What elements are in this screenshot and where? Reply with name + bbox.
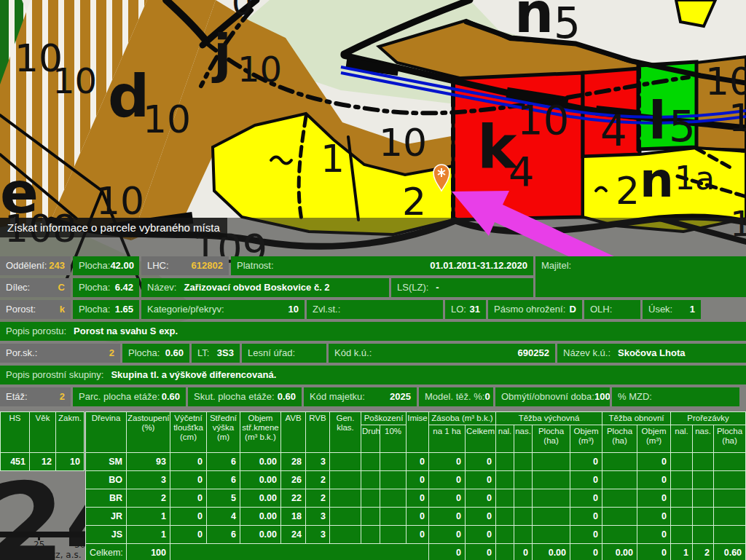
table-cell: 2 [127, 489, 170, 508]
table-cell [671, 508, 693, 526]
table-cell [330, 471, 361, 489]
field-label: Název k.ú.: [563, 344, 610, 363]
field-value: Skupina tl. a výškově diferencovaná. [111, 366, 276, 384]
field-label: % MZD: [618, 387, 652, 406]
info-cell-lo: LO: 31 [445, 300, 486, 319]
table-cell: 6 [207, 453, 240, 471]
info-cell-kategorie: Kategorie/překryv: 10 [141, 300, 305, 319]
table-cell [380, 453, 407, 471]
table-cell [496, 544, 514, 560]
table-cell: BR [86, 489, 127, 508]
table-cell: JS [86, 526, 127, 544]
svg-text:4: 4 [509, 148, 535, 195]
field-label: Lesní úřad: [248, 344, 295, 363]
table-cell: 0 [407, 508, 429, 526]
table-cell [514, 489, 533, 508]
table-cell [533, 526, 570, 544]
table-cell [496, 471, 514, 489]
table-cell: 6 [207, 471, 240, 489]
table-cell: SM [86, 453, 127, 471]
table-cell: 0 [429, 544, 466, 560]
table-cell [671, 526, 693, 544]
field-label: Oddělení: [6, 256, 47, 275]
table-cell: 2 [306, 471, 330, 489]
field-value: 2 [60, 387, 65, 406]
table-cell: 0 [429, 471, 466, 489]
field-label: Parc. plocha etáže: [79, 387, 160, 406]
table-cell [496, 508, 514, 526]
svg-text:1: 1 [321, 137, 345, 181]
table-cell: 2 [693, 544, 714, 560]
field-value: 10 [288, 300, 299, 319]
table-cell [602, 526, 637, 544]
table-cell: 10 [56, 453, 85, 471]
svg-text:5: 5 [669, 102, 696, 151]
field-label: Skut. plocha etáže: [194, 387, 275, 406]
col-header-plocha-pror: Plocha (ha) [714, 425, 746, 453]
field-label: Obmýtí/obnovní doba: [501, 387, 594, 406]
svg-text:10: 10 [143, 98, 191, 141]
field-value: 0.60 [165, 344, 184, 363]
col-header-vycetni: Výčetní tloušťka (cm) [170, 412, 207, 453]
table-cell: 0.00 [240, 508, 281, 526]
info-cell-popis-skupiny: Popis porostní skupiny: Skupina tl. a vý… [0, 366, 746, 384]
info-cell-usek: Úsek: 1 [643, 300, 701, 319]
table-cell: 0 [170, 508, 207, 526]
table-cell [693, 489, 714, 508]
field-value: 3S3 [217, 344, 234, 363]
table-cell: 18 [281, 508, 306, 526]
table-cell: 451 [1, 453, 30, 471]
field-value: 0.60 [278, 387, 296, 406]
info-cell-lesni-urad: Lesní úřad: [242, 344, 326, 363]
table-cell [380, 489, 407, 508]
info-cell-model-tez: Model. těž. %: 0 [419, 387, 493, 406]
table-cell: 0 [429, 489, 466, 508]
svg-text:4: 4 [600, 106, 627, 156]
field-label: Úsek: [648, 300, 672, 319]
table-cell: 24 [281, 526, 306, 544]
field-label: Plocha: [79, 278, 110, 297]
table-cell: 2 [306, 489, 330, 508]
info-cell-platnost: Platnost: 01.01.2011-31.12.2020 [231, 256, 533, 275]
table-cell [693, 471, 714, 489]
table-cell: 28 [281, 453, 306, 471]
field-label: Majitel: [541, 256, 571, 275]
col-header-na1ha: na 1 ha [429, 425, 466, 453]
field-label: Pásmo ohrožení: [494, 300, 565, 319]
table-cell: 0.00 [240, 526, 281, 544]
svg-text:j: j [211, 23, 232, 84]
table-cell: 12 [30, 453, 56, 471]
field-value: 1 [690, 300, 695, 319]
table-cell [714, 489, 746, 508]
svg-text:2: 2 [402, 180, 426, 224]
field-label: Por.sk.: [6, 344, 37, 363]
table-cell [602, 471, 637, 489]
table-cell [330, 489, 361, 508]
info-cell-pasmo: Pásmo ohrožení: D [488, 300, 582, 319]
col-group-zasoba: Zásoba (m³ b.k.) [429, 412, 496, 425]
table-cell: 0 [466, 453, 496, 471]
col-header-celkem: Celkem [466, 425, 496, 453]
table-cell: 0 [466, 526, 496, 544]
col-header-objem-tv: Objem (m³) [570, 425, 602, 453]
table-cell: 0 [429, 526, 466, 544]
table-cell: Celkem: [86, 544, 127, 560]
info-cell-olh: OLH: [584, 300, 640, 319]
table-row: BR2050.0022200000 [86, 489, 746, 508]
field-value: 01.01.2011-31.12.2020 [430, 256, 527, 275]
table-cell: 4 [207, 508, 240, 526]
field-value: 2 [109, 344, 114, 363]
table-row: Celkem:1000000.0000.000120.60 [86, 544, 746, 560]
info-cell-porsk: Por.sk.: 2 [0, 344, 120, 363]
table-cell [330, 508, 361, 526]
table-cell [496, 526, 514, 544]
table-cell: 3 [306, 526, 330, 544]
col-header-stredni: Střední výška (m) [207, 412, 240, 453]
table-cell: 0 [429, 508, 466, 526]
info-cell-kodku: Kód k.ú.: 690252 [329, 344, 555, 363]
table-cell: 0.00 [240, 471, 281, 489]
table-cell [671, 471, 693, 489]
table-cell: 1 [127, 526, 170, 544]
table-cell: 0 [570, 544, 602, 560]
table-cell: 0 [514, 544, 533, 560]
